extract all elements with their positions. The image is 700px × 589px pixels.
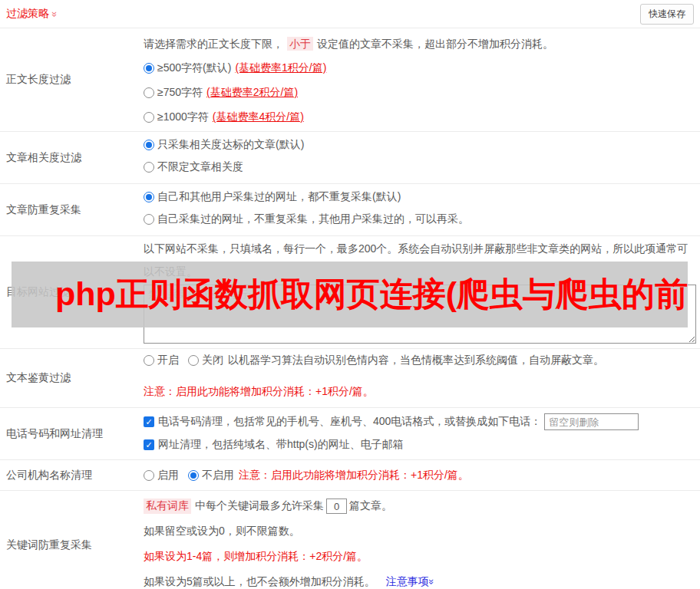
checkbox-checked-icon[interactable]: ✓ bbox=[144, 416, 154, 427]
intro-text-after: 设定值的文章不采集，超出部分不增加积分消耗。 bbox=[317, 38, 553, 50]
company-clean-note: 注意：启用此功能将增加积分消耗：+1积分/篇。 bbox=[239, 469, 469, 482]
watermark-overlay-banner: php正则函数抓取网页连接(爬虫与爬虫的前 bbox=[12, 262, 688, 327]
keyword-limit-line: 私有词库 中每个关键词最多允许采集 篇文章。 bbox=[144, 497, 696, 515]
replacement-phone-input[interactable] bbox=[544, 413, 639, 430]
notes-link-text: 注意事项 bbox=[386, 575, 429, 587]
keyword-note-five: 如果设为5篇或以上，也不会额外增加积分消耗。 注意事项» bbox=[144, 574, 696, 589]
option-on-label: 开启 bbox=[157, 354, 179, 367]
url-clean-option[interactable]: ✓ 网址清理，包括纯域名、带http(s)的网址、电子邮箱 bbox=[144, 437, 696, 452]
row-porn-filter: 文本鉴黄过滤 开启 关闭 以机器学习算法自动识别色情内容，当色情概率达到系统阈值… bbox=[0, 349, 700, 408]
option-on-label: 启用 bbox=[157, 469, 179, 482]
option-label: 自己和其他用户采集过的网址，都不重复采集(默认) bbox=[157, 190, 401, 204]
row-content-area: 私有词库 中每个关键词最多允许采集 篇文章。 如果留空或设为0，则不限篇数。 如… bbox=[144, 491, 700, 589]
option-label: 自己采集过的网址，不重复采集，其他用户采集过的，可以再采。 bbox=[157, 212, 469, 226]
intro-text-before: 请选择需求的正文长度下限， bbox=[144, 38, 283, 50]
relevance-option-strict[interactable]: 只采集相关度达标的文章(默认) bbox=[144, 137, 696, 153]
row-label-porn-filter: 文本鉴黄过滤 bbox=[0, 349, 144, 407]
length-option-500[interactable]: ≥500字符(默认) (基础费率1积分/篇) bbox=[144, 61, 696, 76]
radio-icon[interactable] bbox=[144, 162, 154, 173]
dedup-option-global[interactable]: 自己和其他用户采集过的网址，都不重复采集(默认) bbox=[144, 189, 696, 205]
option-label: 只采集相关度达标的文章(默认) bbox=[157, 138, 304, 152]
radio-icon[interactable] bbox=[144, 140, 154, 150]
keyword-note-zero: 如果留空或设为0，则不限篇数。 bbox=[144, 523, 696, 538]
check-icon: ✓ bbox=[145, 417, 152, 426]
radio-icon[interactable] bbox=[144, 87, 154, 98]
private-lexicon-badge: 私有词库 bbox=[144, 499, 191, 514]
porn-filter-options: 开启 关闭 以机器学习算法自动识别色情内容，当色情概率达到系统阈值，自动屏蔽文章… bbox=[144, 353, 696, 368]
notes-link[interactable]: 注意事项» bbox=[386, 575, 434, 587]
option-off-label: 不启用 bbox=[202, 469, 234, 482]
page-title: 过滤策略 bbox=[6, 7, 49, 21]
url-clean-label: 网址清理，包括纯域名、带http(s)的网址、电子邮箱 bbox=[158, 438, 404, 452]
option-fee: (基础费率1积分/篇) bbox=[235, 61, 326, 75]
row-label-dedup: 文章防重复采集 bbox=[0, 184, 144, 235]
radio-icon[interactable] bbox=[188, 355, 199, 366]
keyword-limit-suffix: 篇文章。 bbox=[349, 499, 392, 513]
watermark-overlay-text: php正则函数抓取网页连接(爬虫与爬虫的前 bbox=[12, 272, 688, 317]
row-label-keyword-dedup: 关键词防重复采集 bbox=[0, 491, 144, 589]
keyword-note-fee: 如果设为1-4篇，则增加积分消耗：+2积分/篇。 bbox=[144, 548, 696, 564]
phone-clean-label: 电话号码清理，包括常见的手机号、座机号、400电话格式，或替换成如下电话： bbox=[158, 415, 541, 429]
porn-filter-description: 以机器学习算法自动识别色情内容，当色情概率达到系统阈值，自动屏蔽文章。 bbox=[228, 354, 604, 367]
header-bar: 过滤策略 » 快速保存 bbox=[0, 0, 700, 28]
check-icon: ✓ bbox=[145, 440, 152, 449]
keyword-count-input[interactable] bbox=[326, 499, 347, 514]
row-content-area: 启用 不启用 注意：启用此功能将增加积分消耗：+1积分/篇。 bbox=[144, 460, 700, 490]
row-phone-url-clean: 电话号码和网址清理 ✓ 电话号码清理，包括常见的手机号、座机号、400电话格式，… bbox=[0, 408, 700, 460]
length-option-750[interactable]: ≥750字符 (基础费率2积分/篇) bbox=[144, 85, 696, 100]
row-content-area: 请选择需求的正文长度下限，小于设定值的文章不采集，超出部分不增加积分消耗。 ≥5… bbox=[144, 28, 700, 131]
option-label: ≥500字符(默认) bbox=[157, 61, 231, 75]
phone-clean-option[interactable]: ✓ 电话号码清理，包括常见的手机号、座机号、400电话格式，或替换成如下电话： bbox=[144, 413, 696, 431]
option-off-label: 关闭 bbox=[202, 354, 223, 367]
relevance-option-any[interactable]: 不限定文章相关度 bbox=[144, 160, 696, 175]
radio-icon[interactable] bbox=[144, 470, 154, 481]
dedup-option-own[interactable]: 自己采集过的网址，不重复采集，其他用户采集过的，可以再采。 bbox=[144, 212, 696, 227]
row-content-area: 只采集相关度达标的文章(默认) 不限定文章相关度 bbox=[144, 132, 700, 183]
radio-icon[interactable] bbox=[188, 470, 199, 481]
chevron-down-icon: » bbox=[50, 11, 60, 16]
less-than-highlight: 小于 bbox=[287, 37, 313, 51]
radio-icon[interactable] bbox=[144, 214, 154, 225]
length-option-1000[interactable]: ≥1000字符 (基础费率4积分/篇) bbox=[144, 110, 696, 125]
option-label: ≥1000字符 bbox=[157, 110, 209, 124]
row-content-area: 开启 关闭 以机器学习算法自动识别色情内容，当色情概率达到系统阈值，自动屏蔽文章… bbox=[144, 349, 700, 407]
row-relevance: 文章相关度过滤 只采集相关度达标的文章(默认) 不限定文章相关度 bbox=[0, 132, 700, 184]
radio-icon[interactable] bbox=[144, 355, 154, 366]
row-label-content-length: 正文长度过滤 bbox=[0, 28, 144, 131]
keyword-note-five-text: 如果设为5篇或以上，也不会额外增加积分消耗。 bbox=[144, 575, 375, 587]
company-clean-options: 启用 不启用 注意：启用此功能将增加积分消耗：+1积分/篇。 bbox=[144, 468, 696, 483]
chevron-down-icon: » bbox=[427, 579, 437, 584]
option-label: ≥750字符 bbox=[157, 86, 203, 100]
row-company-clean: 公司机构名称清理 启用 不启用 注意：启用此功能将增加积分消耗：+1积分/篇。 bbox=[0, 460, 700, 491]
row-keyword-dedup: 关键词防重复采集 私有词库 中每个关键词最多允许采集 篇文章。 如果留空或设为0… bbox=[0, 491, 700, 589]
radio-icon[interactable] bbox=[144, 63, 154, 74]
keyword-limit-text: 中每个关键词最多允许采集 bbox=[195, 499, 324, 513]
checkbox-checked-icon[interactable]: ✓ bbox=[144, 439, 154, 450]
row-dedup: 文章防重复采集 自己和其他用户采集过的网址，都不重复采集(默认) 自己采集过的网… bbox=[0, 184, 700, 236]
row-label-company-clean: 公司机构名称清理 bbox=[0, 460, 144, 490]
row-content-length: 正文长度过滤 请选择需求的正文长度下限，小于设定值的文章不采集，超出部分不增加积… bbox=[0, 28, 700, 132]
option-fee: (基础费率2积分/篇) bbox=[206, 86, 298, 100]
porn-filter-note: 注意：启用此功能将增加积分消耗：+1积分/篇。 bbox=[144, 383, 696, 399]
content-length-intro: 请选择需求的正文长度下限，小于设定值的文章不采集，超出部分不增加积分消耗。 bbox=[144, 36, 696, 51]
row-content-area: ✓ 电话号码清理，包括常见的手机号、座机号、400电话格式，或替换成如下电话： … bbox=[144, 408, 700, 459]
quick-save-button[interactable]: 快速保存 bbox=[640, 4, 694, 25]
section-title-toggle[interactable]: 过滤策略 » bbox=[6, 7, 58, 21]
row-content-area: 自己和其他用户采集过的网址，都不重复采集(默认) 自己采集过的网址，不重复采集，… bbox=[144, 184, 700, 235]
row-label-relevance: 文章相关度过滤 bbox=[0, 132, 144, 183]
radio-icon[interactable] bbox=[144, 112, 154, 123]
radio-icon[interactable] bbox=[144, 192, 154, 202]
row-label-phone-url: 电话号码和网址清理 bbox=[0, 408, 144, 459]
option-fee: (基础费率4积分/篇) bbox=[213, 110, 304, 124]
option-label: 不限定文章相关度 bbox=[157, 160, 243, 174]
